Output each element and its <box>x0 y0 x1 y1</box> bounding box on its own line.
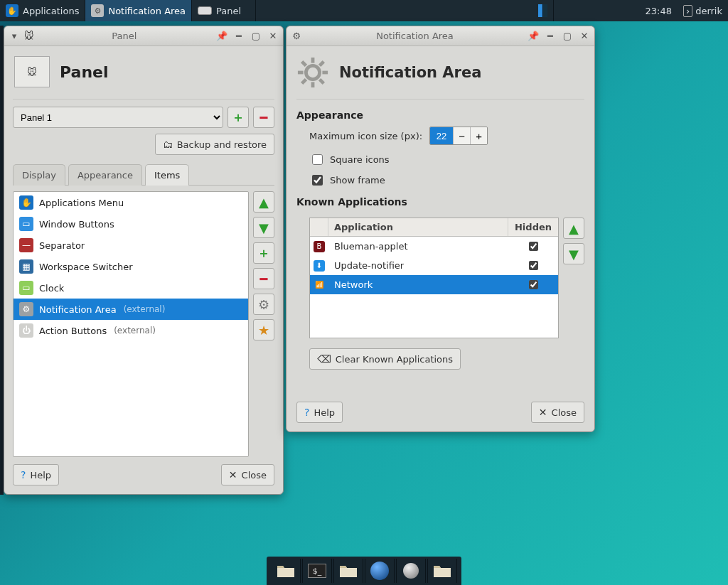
user-menu[interactable]: › derrik <box>678 0 728 21</box>
known-apps-section-heading: Known Applications <box>296 196 584 208</box>
show-frame-label: Show frame <box>330 175 385 186</box>
app-hidden-checkbox[interactable] <box>529 280 538 289</box>
panel-mini-icon <box>198 6 212 15</box>
item-preferences-button[interactable]: ⚙ <box>253 294 274 315</box>
col-hidden: Hidden <box>508 218 558 236</box>
keep-above-icon[interactable]: 📌 <box>526 29 540 43</box>
dock-web-browser[interactable] <box>365 559 395 583</box>
app-hidden-checkbox[interactable] <box>529 242 538 251</box>
svg-point-0 <box>306 65 319 79</box>
panel-select[interactable]: Panel 1 <box>13 107 223 128</box>
dock-file-manager-2[interactable] <box>333 559 363 583</box>
app-name: Network <box>328 279 508 290</box>
taskbar-item-notification-area[interactable]: ⚙ Notification Area <box>85 0 192 21</box>
panel-item-icon: ▦ <box>19 259 33 274</box>
backup-restore-label: Backup and restore <box>177 139 267 150</box>
gear-icon: ⚙ <box>91 4 104 17</box>
move-item-up-button[interactable]: ▲ <box>253 191 274 213</box>
panel-item-label: Clock <box>39 283 64 294</box>
notif-help-button[interactable]: ? Help <box>296 402 343 423</box>
max-icon-size-input[interactable] <box>430 127 453 144</box>
tab-items[interactable]: Items <box>145 164 189 186</box>
clock[interactable]: 23:48 <box>639 0 677 21</box>
panel-heading: Panel <box>60 63 109 81</box>
square-icons-row[interactable]: Square icons <box>309 152 584 167</box>
add-item-button[interactable]: ＋ <box>253 242 274 264</box>
remove-panel-button[interactable]: ━ <box>253 107 274 128</box>
keep-above-icon[interactable]: 📌 <box>215 29 229 43</box>
panel-item-row[interactable]: —Separator <box>14 235 248 256</box>
minimize-button[interactable]: ━ <box>232 29 246 43</box>
max-icon-size-label: Maximum icon size (px): <box>309 131 422 141</box>
app-hidden-checkbox[interactable] <box>529 261 538 270</box>
notif-window-title: Notification Area <box>306 31 523 41</box>
known-app-row[interactable]: 📶Network <box>310 275 558 294</box>
add-panel-button[interactable]: ＋ <box>228 107 249 128</box>
minimize-button[interactable]: ━ <box>543 29 557 43</box>
taskbar-item-panel[interactable]: Panel <box>192 0 256 21</box>
panel-item-row[interactable]: ▦Workspace Switcher <box>14 256 248 277</box>
bottom-dock: $_ <box>267 557 461 585</box>
spinner-increment[interactable]: + <box>470 127 487 144</box>
notif-window-titlebar[interactable]: ⚙ Notification Area 📌 ━ ▢ ✕ <box>287 26 594 46</box>
tab-appearance[interactable]: Appearance <box>68 164 142 186</box>
notif-heading: Notification Area <box>339 64 481 81</box>
show-frame-checkbox[interactable] <box>312 175 323 186</box>
app-icon: ⬇ <box>314 260 325 272</box>
known-app-row[interactable]: BBlueman-applet <box>310 237 558 256</box>
tab-display[interactable]: Display <box>13 164 65 186</box>
notification-area-window: ⚙ Notification Area 📌 ━ ▢ ✕ Notification… <box>286 26 595 432</box>
known-apps-table[interactable]: Application Hidden BBlueman-applet⬇Updat… <box>309 218 559 338</box>
panel-item-row[interactable]: ▭Clock <box>14 277 248 299</box>
panel-item-label: Action Buttons <box>39 326 107 336</box>
panel-tabs: Display Appearance Items <box>13 163 274 186</box>
dock-terminal[interactable]: $_ <box>302 559 332 583</box>
panel-help-button[interactable]: ? Help <box>13 464 59 485</box>
app-move-down-button[interactable]: ▼ <box>563 243 584 264</box>
panel-item-row[interactable]: ▭Window Buttons <box>14 213 248 235</box>
col-application: Application <box>328 218 508 236</box>
spinner-decrement[interactable]: − <box>453 127 470 144</box>
max-icon-size-spinner[interactable]: − + <box>429 127 488 145</box>
remove-item-button[interactable]: ━ <box>253 268 274 289</box>
square-icons-checkbox[interactable] <box>312 154 323 165</box>
dock-file-manager[interactable] <box>271 559 301 583</box>
backup-restore-button[interactable]: 🗂 Backup and restore <box>155 134 274 155</box>
close-window-button[interactable]: ✕ <box>266 29 280 43</box>
panel-item-row[interactable]: ✋Applications Menu <box>14 192 248 213</box>
app-move-up-button[interactable]: ▲ <box>563 218 584 239</box>
move-item-down-button[interactable]: ▼ <box>253 217 274 238</box>
panel-items-list[interactable]: ✋Applications Menu▭Window Buttons—Separa… <box>13 191 249 457</box>
window-menu-icon[interactable]: ▾ <box>7 29 21 43</box>
panel-item-row[interactable]: ⏻Action Buttons(external) <box>14 320 248 341</box>
maximize-button[interactable]: ▢ <box>560 29 574 43</box>
panel-item-ext: (external) <box>124 304 166 314</box>
panel-item-ext: (external) <box>114 326 156 336</box>
known-app-row[interactable]: ⬇Update-notifier <box>310 256 558 275</box>
close-label: Close <box>242 470 267 481</box>
dock-file-manager-3[interactable] <box>427 559 457 583</box>
panel-item-row[interactable]: ⚙Notification Area(external) <box>14 299 248 320</box>
square-icons-label: Square icons <box>330 154 390 165</box>
notif-close-button[interactable]: ✕ Close <box>531 402 584 423</box>
panel-window-title: Panel <box>37 31 212 41</box>
clear-known-apps-button[interactable]: ⌫ Clear Known Applications <box>309 348 461 370</box>
applications-icon: ✋ <box>6 4 18 17</box>
show-frame-row[interactable]: Show frame <box>309 173 584 188</box>
magnifier-icon <box>403 563 419 579</box>
panel-item-label: Applications Menu <box>39 198 124 208</box>
chevron-right-icon: › <box>683 5 692 17</box>
panel-item-label: Window Buttons <box>39 219 114 230</box>
workspace-switcher[interactable] <box>532 0 554 21</box>
dock-search[interactable] <box>396 559 426 583</box>
folder-icon: 🗂 <box>163 139 173 150</box>
folder-icon <box>339 563 358 579</box>
item-about-button[interactable]: ★ <box>253 319 274 340</box>
panel-window-titlebar[interactable]: ▾ 🐭 Panel 📌 ━ ▢ ✕ <box>4 26 283 46</box>
applications-menu-button[interactable]: ✋ Applications <box>0 0 85 21</box>
taskbar-item-label: Notification Area <box>108 6 186 16</box>
panel-close-button[interactable]: ✕ Close <box>221 464 274 485</box>
maximize-button[interactable]: ▢ <box>249 29 263 43</box>
close-window-button[interactable]: ✕ <box>577 29 592 43</box>
help-label: Help <box>30 470 51 481</box>
